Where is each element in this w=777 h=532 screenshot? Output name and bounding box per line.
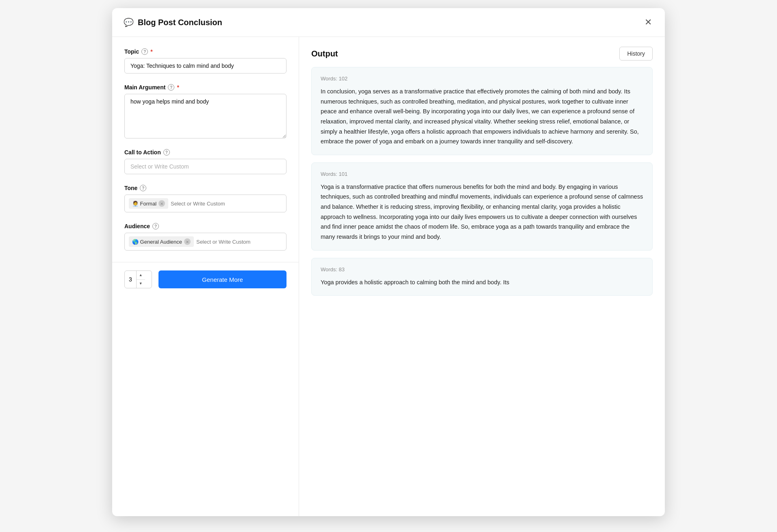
modal-icon: 💬 — [124, 17, 134, 27]
audience-help-icon[interactable]: ? — [152, 223, 159, 229]
audience-general-remove-button[interactable]: × — [184, 238, 191, 245]
tone-custom-input[interactable] — [171, 198, 239, 209]
stepper-down[interactable]: ▼ — [137, 280, 145, 288]
main-argument-field-group: Main Argument ? * how yoga helps mind an… — [124, 84, 286, 138]
modal-title: Blog Post Conclusion — [138, 18, 222, 27]
call-to-action-label-text: Call to Action — [124, 149, 161, 156]
close-button[interactable]: ✕ — [643, 16, 653, 28]
tone-label: Tone ? — [124, 185, 286, 191]
left-panel: Topic ? * Main Argument ? * how yoga hel… — [112, 37, 299, 262]
bottom-controls: 3 ▲ ▼ Generate More — [112, 262, 299, 296]
tone-tag-input[interactable]: 🧑‍💼 Formal × — [124, 195, 286, 212]
audience-tag-input[interactable]: 🌎 General Audience × — [124, 233, 286, 251]
call-to-action-help-icon[interactable]: ? — [163, 149, 170, 156]
output-title: Output — [311, 49, 338, 58]
topic-input[interactable] — [124, 58, 286, 74]
output-text: Yoga is a transformative practice that o… — [321, 182, 643, 242]
output-header: Output History — [299, 37, 665, 67]
main-argument-required: * — [177, 84, 179, 91]
output-text: Yoga provides a holistic approach to cal… — [321, 277, 643, 288]
right-panel: Output History Words: 102In conclusion, … — [299, 37, 665, 516]
tone-label-text: Tone — [124, 185, 137, 191]
tone-field-group: Tone ? 🧑‍💼 Formal × — [124, 185, 286, 212]
audience-label: Audience ? — [124, 223, 286, 229]
audience-custom-input[interactable] — [196, 236, 265, 247]
call-to-action-field-group: Call to Action ? — [124, 149, 286, 174]
audience-general-tag-label: 🌎 General Audience — [132, 239, 182, 245]
audience-field-group: Audience ? 🌎 General Audience × — [124, 223, 286, 251]
tone-formal-remove-button[interactable]: × — [158, 200, 165, 207]
count-value: 3 — [125, 276, 136, 283]
output-card: Words: 101Yoga is a transformative pract… — [311, 162, 653, 251]
history-button[interactable]: History — [619, 47, 653, 61]
output-words: Words: 83 — [321, 266, 643, 272]
audience-general-tag: 🌎 General Audience × — [129, 236, 194, 247]
main-argument-input[interactable]: how yoga helps mind and body — [124, 94, 286, 138]
topic-label: Topic ? * — [124, 48, 286, 55]
output-words: Words: 101 — [321, 171, 643, 177]
left-column: Topic ? * Main Argument ? * how yoga hel… — [112, 37, 299, 516]
count-stepper[interactable]: 3 ▲ ▼ — [124, 270, 152, 288]
audience-label-text: Audience — [124, 223, 150, 229]
main-argument-help-icon[interactable]: ? — [168, 84, 174, 91]
tone-formal-tag: 🧑‍💼 Formal × — [129, 198, 168, 209]
generate-more-button[interactable]: Generate More — [158, 270, 286, 288]
call-to-action-label: Call to Action ? — [124, 149, 286, 156]
modal-title-group: 💬 Blog Post Conclusion — [124, 17, 222, 27]
output-words: Words: 102 — [321, 76, 643, 82]
output-list: Words: 102In conclusion, yoga serves as … — [299, 67, 665, 516]
tone-formal-tag-label: 🧑‍💼 Formal — [132, 201, 156, 207]
topic-field-group: Topic ? * — [124, 48, 286, 74]
stepper-up[interactable]: ▲ — [137, 271, 145, 280]
topic-help-icon[interactable]: ? — [141, 48, 148, 55]
topic-label-text: Topic — [124, 48, 139, 55]
modal-header: 💬 Blog Post Conclusion ✕ — [112, 8, 665, 37]
output-card: Words: 102In conclusion, yoga serves as … — [311, 67, 653, 155]
main-argument-label: Main Argument ? * — [124, 84, 286, 91]
stepper-arrows: ▲ ▼ — [136, 271, 145, 288]
tone-help-icon[interactable]: ? — [140, 185, 146, 191]
modal-body: Topic ? * Main Argument ? * how yoga hel… — [112, 37, 665, 516]
blog-post-conclusion-modal: 💬 Blog Post Conclusion ✕ Topic ? * — [112, 8, 665, 516]
main-argument-label-text: Main Argument — [124, 84, 165, 91]
topic-required: * — [150, 48, 152, 55]
call-to-action-input[interactable] — [124, 159, 286, 174]
output-card: Words: 83Yoga provides a holistic approa… — [311, 258, 653, 296]
output-text: In conclusion, yoga serves as a transfor… — [321, 87, 643, 147]
